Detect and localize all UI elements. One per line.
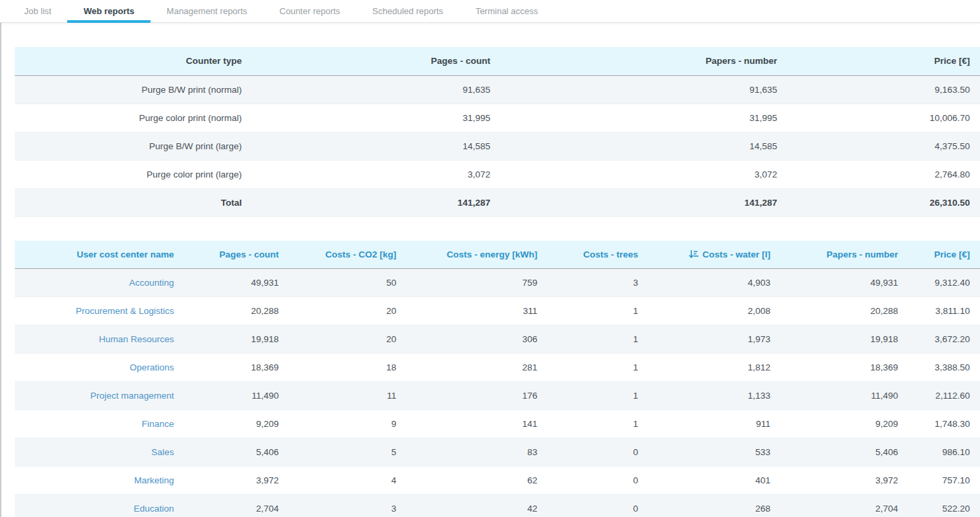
column-header-costs-trees[interactable]: Costs - trees — [547, 241, 648, 269]
cost-center-link[interactable]: Accounting — [129, 278, 174, 288]
cost-center-row: Human Resources19,9182030611,97319,9183,… — [15, 325, 980, 354]
tab-web-reports[interactable]: Web reports — [67, 0, 150, 22]
counter-type-row: Purge B/W print (normal)91,63591,6359,16… — [15, 75, 980, 104]
energy-cell: 176 — [406, 382, 547, 410]
column-header-costs-energy[interactable]: Costs - energy [kWh] — [406, 241, 547, 269]
trees-cell: 0 — [547, 438, 648, 467]
cost-center-link[interactable]: Operations — [130, 362, 174, 372]
trees-cell: 1 — [547, 410, 648, 438]
column-header-costs-water-label: Costs - water [l] — [703, 249, 770, 260]
total-pages-cell: 141,287 — [252, 188, 500, 216]
column-header-pages-count[interactable]: Pages - count — [252, 47, 500, 75]
column-header-user-cost-center-name[interactable]: User cost center name — [15, 241, 184, 269]
co2-cell: 20 — [289, 297, 406, 325]
pages-count-cell: 91,635 — [252, 75, 500, 104]
cost-center-table-body: Accounting49,9315075934,90349,9319,312.4… — [15, 269, 980, 517]
tab-terminal-access[interactable]: Terminal access — [459, 0, 554, 22]
energy-cell: 42 — [406, 495, 547, 517]
user-cost-center-cell: Marketing — [15, 467, 184, 495]
counter-type-cell: Purge color print (large) — [15, 160, 252, 188]
cost-center-link[interactable]: Procurement & Logistics — [76, 306, 174, 316]
price-cell: 9,163.50 — [787, 75, 980, 104]
counter-summary-table: Counter type Pages - count Papers - numb… — [15, 47, 980, 217]
user-cost-center-cell: Sales — [15, 438, 184, 467]
cost-center-row: Marketing3,97246204013,972757.10 — [15, 467, 980, 495]
cost-center-link[interactable]: Education — [134, 504, 174, 514]
cost-center-link[interactable]: Sales — [151, 447, 174, 457]
column-header-costs-water[interactable]: Costs - water [l] — [648, 241, 781, 269]
trees-cell: 1 — [547, 354, 648, 382]
pages-count-cell: 11,490 — [184, 382, 289, 410]
trees-cell: 3 — [547, 269, 648, 297]
tab-bar: Job list Web reports Management reports … — [0, 0, 980, 23]
price-cell: 522.20 — [908, 495, 980, 517]
water-cell: 401 — [648, 467, 781, 495]
water-cell: 1,812 — [648, 354, 781, 382]
papers-number-cell: 18,369 — [781, 354, 908, 382]
user-cost-center-cell: Operations — [15, 354, 184, 382]
user-cost-center-cell: Project management — [15, 382, 184, 410]
energy-cell: 311 — [406, 297, 547, 325]
column-header-pages-count[interactable]: Pages - count — [184, 241, 289, 269]
cost-center-link[interactable]: Project management — [90, 391, 174, 401]
pages-count-cell: 19,918 — [184, 325, 289, 354]
energy-cell: 62 — [406, 467, 547, 495]
water-cell: 911 — [648, 410, 781, 438]
sort-descending-icon — [688, 249, 699, 260]
user-cost-center-cell: Human Resources — [15, 325, 184, 354]
cost-center-link[interactable]: Finance — [142, 419, 174, 429]
tab-counter-reports[interactable]: Counter reports — [263, 0, 356, 22]
cost-center-row: Education2,70434202682,704522.20 — [15, 495, 980, 517]
counter-table-header: Counter type Pages - count Papers - numb… — [15, 47, 980, 75]
energy-cell: 83 — [406, 438, 547, 467]
papers-number-cell: 3,072 — [500, 160, 787, 188]
cost-center-link[interactable]: Human Resources — [99, 334, 174, 344]
pages-count-cell: 3,972 — [184, 467, 289, 495]
user-cost-center-cell: Education — [15, 495, 184, 517]
counter-type-cell: Purge color print (normal) — [15, 104, 252, 132]
papers-number-cell: 11,490 — [781, 382, 908, 410]
counter-header-row: Counter type Pages - count Papers - numb… — [15, 47, 980, 75]
pages-count-cell: 2,704 — [184, 495, 289, 517]
price-cell: 4,375.50 — [787, 132, 980, 160]
co2-cell: 4 — [289, 467, 406, 495]
tab-job-list[interactable]: Job list — [8, 0, 67, 22]
price-cell: 3,388.50 — [908, 354, 980, 382]
column-header-price[interactable]: Price [€] — [908, 241, 980, 269]
water-cell: 1,973 — [648, 325, 781, 354]
cost-center-row: Operations18,3691828111,81218,3693,388.5… — [15, 354, 980, 382]
column-header-papers-number[interactable]: Papers - number — [500, 47, 787, 75]
tab-scheduled-reports[interactable]: Scheduled reports — [356, 0, 459, 22]
energy-cell: 281 — [406, 354, 547, 382]
user-cost-center-cell: Procurement & Logistics — [15, 297, 184, 325]
column-header-papers-number[interactable]: Papers - number — [781, 241, 908, 269]
cost-center-link[interactable]: Marketing — [134, 475, 174, 485]
user-cost-center-cell: Accounting — [15, 269, 184, 297]
co2-cell: 3 — [289, 495, 406, 517]
tab-management-reports[interactable]: Management reports — [150, 0, 263, 22]
report-content: Counter type Pages - count Papers - numb… — [0, 23, 980, 517]
papers-number-cell: 5,406 — [781, 438, 908, 467]
papers-number-cell: 20,288 — [781, 297, 908, 325]
column-header-costs-co2[interactable]: Costs - CO2 [kg] — [289, 241, 406, 269]
counter-table-footer: Total 141,287 141,287 26,310.50 — [15, 188, 980, 216]
water-cell: 268 — [648, 495, 781, 517]
cost-center-row: Procurement & Logistics20,2882031112,008… — [15, 297, 980, 325]
cost-center-table: User cost center name Pages - count Cost… — [15, 241, 980, 517]
co2-cell: 5 — [289, 438, 406, 467]
total-row: Total 141,287 141,287 26,310.50 — [15, 188, 980, 216]
column-header-counter-type[interactable]: Counter type — [15, 47, 252, 75]
counter-type-row: Purge B/W print (large)14,58514,5854,375… — [15, 132, 980, 160]
pages-count-cell: 5,406 — [184, 438, 289, 467]
cost-center-row: Accounting49,9315075934,90349,9319,312.4… — [15, 269, 980, 297]
counter-type-row: Purge color print (normal)31,99531,99510… — [15, 104, 980, 132]
price-cell: 1,748.30 — [908, 410, 980, 438]
water-cell: 4,903 — [648, 269, 781, 297]
price-cell: 9,312.40 — [908, 269, 980, 297]
column-header-price[interactable]: Price [€] — [787, 47, 980, 75]
water-cell: 533 — [648, 438, 781, 467]
pages-count-cell: 20,288 — [184, 297, 289, 325]
cost-center-row: Finance9,209914119119,2091,748.30 — [15, 410, 980, 438]
pages-count-cell: 3,072 — [252, 160, 500, 188]
price-cell: 986.10 — [908, 438, 980, 467]
